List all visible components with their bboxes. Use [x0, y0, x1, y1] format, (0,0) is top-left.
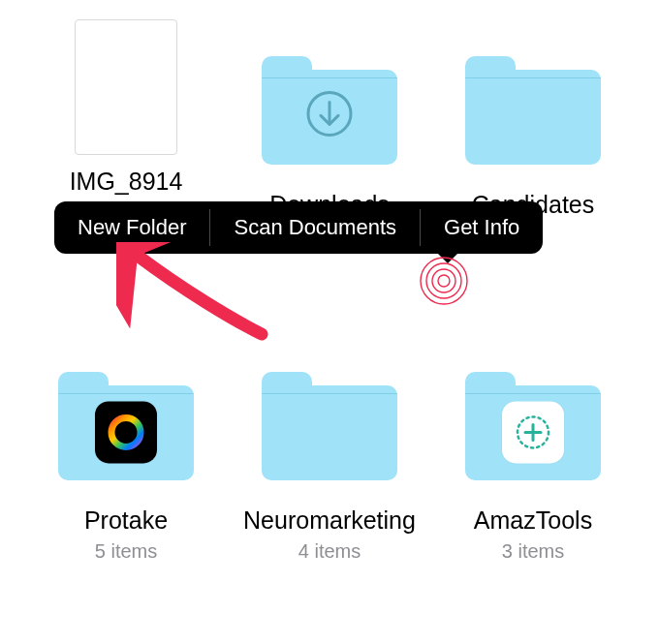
svg-point-9 — [426, 263, 461, 298]
protake-app-icon — [95, 401, 157, 463]
folder-icon — [465, 358, 601, 494]
folder-icon — [262, 358, 397, 494]
svg-point-7 — [438, 275, 450, 287]
svg-point-10 — [421, 258, 467, 304]
folder-item-neuromarketing[interactable]: Neuromarketing 4 items — [233, 358, 426, 563]
folder-item-candidates[interactable]: Candidates — [436, 43, 630, 219]
item-label: AmazTools — [474, 506, 592, 535]
item-label: Protake — [84, 506, 168, 535]
folder-icon — [58, 358, 194, 494]
context-menu-caret-icon — [437, 253, 458, 263]
context-menu: New Folder Scan Documents Get Info — [54, 201, 543, 254]
file-item-img8914[interactable]: IMG_8914 24 — [29, 19, 223, 224]
context-menu-new-folder[interactable]: New Folder — [54, 201, 209, 254]
annotation-arrow-icon — [116, 242, 281, 349]
item-sublabel: 5 items — [95, 540, 157, 563]
folder-item-amaztools[interactable]: AmazTools 3 items — [436, 358, 630, 563]
folder-item-downloads[interactable]: Downloads — [233, 43, 426, 219]
context-menu-scan-documents[interactable]: Scan Documents — [210, 201, 420, 254]
item-label: Neuromarketing — [243, 506, 416, 535]
folder-item-protake[interactable]: Protake 5 items — [29, 358, 223, 563]
item-label: IMG_8914 — [70, 167, 183, 196]
folder-icon — [465, 43, 601, 178]
arrow-down-circle-icon — [305, 89, 354, 141]
blank-file-icon — [58, 19, 194, 155]
folder-icon — [262, 43, 397, 178]
item-sublabel: 4 items — [298, 540, 361, 563]
svg-point-3 — [117, 423, 135, 441]
svg-point-8 — [432, 269, 455, 292]
context-menu-get-info[interactable]: Get Info — [421, 201, 543, 254]
item-sublabel: 3 items — [502, 540, 564, 563]
amaztools-app-icon — [502, 401, 564, 463]
